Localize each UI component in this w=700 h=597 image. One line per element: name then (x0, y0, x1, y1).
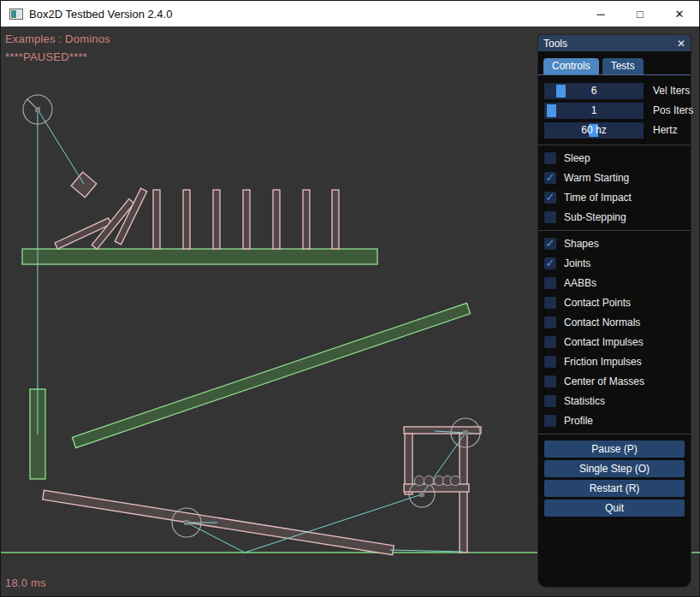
frame-right-post (460, 434, 467, 553)
checkbox-label: Shapes (564, 238, 599, 250)
checkbox[interactable]: ✓ (544, 257, 556, 269)
green-platforms (22, 249, 471, 479)
checkbox-label: AABBs (564, 277, 596, 289)
ball (414, 476, 424, 485)
checkbox-label: Sleep (564, 152, 590, 164)
checkbox-label: Profile (564, 415, 593, 427)
domino (332, 190, 339, 249)
checkbox[interactable] (544, 375, 556, 387)
pause-button[interactable]: Pause (P) (544, 440, 685, 458)
domino (303, 190, 310, 249)
checkbox-row-statistics[interactable]: Statistics (544, 394, 691, 408)
checkbox[interactable] (544, 336, 556, 348)
pos-iters-slider[interactable]: 1 (544, 103, 644, 119)
divider (538, 145, 691, 145)
checkbox-label: Center of Masses (564, 375, 644, 387)
checkbox-label: Contact Normals (564, 316, 640, 328)
slider-value: 1 (544, 103, 644, 119)
checkbox[interactable] (544, 152, 556, 164)
center-marker (419, 492, 424, 497)
dominos-and-planks (43, 172, 481, 555)
checkbox-row-joints[interactable]: ✓ Joints (544, 257, 691, 270)
checkbox[interactable] (544, 356, 556, 368)
slider-value: 60 hz (544, 122, 644, 139)
domino-shelf (22, 249, 377, 264)
domino (183, 190, 190, 249)
hertz-slider[interactable]: 60 hz (544, 122, 644, 139)
panel-title: Tools (543, 38, 677, 50)
checkbox[interactable]: ✓ (544, 192, 556, 204)
joint-line (390, 550, 463, 552)
checkbox-row-sleep[interactable]: Sleep (544, 151, 691, 165)
checkbox-row-profile[interactable]: Profile (544, 414, 691, 428)
checkbox-label: Time of Impact (564, 192, 632, 204)
slider-value: 6 (544, 83, 644, 99)
checkbox-row-center-of-masses[interactable]: Center of Masses (544, 375, 691, 388)
checkbox-row-shapes[interactable]: ✓ Shapes (544, 237, 691, 251)
checkbox-label: Sub-Stepping (564, 211, 626, 223)
pos-iters-slider-row: 1 Pos Iters (544, 103, 691, 119)
center-marker (35, 107, 40, 112)
slider-label: Pos Iters (653, 103, 693, 119)
checkbox[interactable]: ✓ (544, 238, 556, 250)
checkbox[interactable] (544, 316, 556, 328)
minimize-button[interactable]: ─ (581, 1, 620, 27)
example-title: Examples : Dominos (5, 33, 110, 45)
domino (243, 190, 250, 249)
checkbox-row-aabbs[interactable]: AABBs (544, 276, 691, 290)
close-button[interactable]: ✕ (660, 1, 699, 27)
checkbox-label: Friction Impulses (564, 356, 642, 368)
domino (273, 190, 280, 249)
center-marker (184, 520, 189, 525)
tilted-ramp (72, 303, 470, 447)
tab-tests[interactable]: Tests (602, 58, 644, 74)
checkbox[interactable] (544, 297, 556, 309)
checkbox-row-contact-normals[interactable]: Contact Normals (544, 316, 691, 329)
tools-panel-header[interactable]: Tools ✕ (538, 35, 691, 51)
frame-time-readout: 18.0 ms (5, 576, 46, 589)
checkbox-row-friction-impulses[interactable]: Friction Impulses (544, 355, 691, 369)
single-step-button[interactable]: Single Step (O) (544, 460, 685, 477)
pulley-rope-right (38, 109, 84, 184)
app-icon (9, 9, 23, 20)
title-bar[interactable]: Box2D Testbed Version 2.4.0 ─ □ ✕ (1, 1, 699, 27)
domino (213, 190, 220, 249)
maximize-button[interactable]: □ (620, 1, 660, 27)
divider (538, 230, 691, 231)
checkbox-row-contact-impulses[interactable]: Contact Impulses (544, 335, 691, 349)
checkbox-row-time-of-impact[interactable]: ✓ Time of Impact (544, 191, 691, 204)
domino (153, 190, 160, 249)
ball (450, 476, 460, 485)
tab-controls[interactable]: Controls (543, 58, 599, 74)
checkbox-label: Contact Points (564, 297, 631, 309)
seesaw-plank (43, 490, 394, 555)
checkbox-label: Joints (564, 257, 590, 269)
checkbox[interactable] (544, 395, 556, 407)
shelf-balls (414, 476, 460, 485)
restart-button[interactable]: Restart (R) (544, 480, 685, 497)
center-markers (35, 107, 468, 525)
tab-bar: Controls Tests (538, 51, 691, 75)
checkbox[interactable] (544, 277, 556, 289)
divider (538, 434, 691, 434)
checkbox-row-warm-starting[interactable]: ✓ Warm Starting (544, 171, 691, 185)
ball (424, 476, 433, 485)
vel-iters-slider-row: 6 Vel Iters (544, 83, 691, 99)
checkbox[interactable] (544, 211, 556, 223)
center-marker (463, 430, 468, 435)
slider-label: Hertz (653, 122, 678, 139)
checkbox-row-contact-points[interactable]: Contact Points (544, 296, 691, 310)
quit-button[interactable]: Quit (544, 499, 685, 517)
hertz-slider-row: 60 hz Hertz (544, 122, 691, 139)
checkbox-label: Contact Impulses (564, 336, 644, 348)
slider-label: Vel Iters (653, 83, 690, 99)
checkbox[interactable] (544, 415, 556, 427)
panel-close-icon[interactable]: ✕ (677, 38, 685, 50)
vel-iters-slider[interactable]: 6 (544, 83, 644, 99)
checkbox-row-sub-stepping[interactable]: Sub-Stepping (544, 210, 691, 224)
checkbox[interactable]: ✓ (544, 172, 556, 184)
window-controls: ─ □ ✕ (581, 1, 699, 27)
pusher-box (71, 172, 97, 198)
window-title: Box2D Testbed Version 2.4.0 (29, 8, 172, 21)
paused-indicator: ****PAUSED**** (5, 50, 87, 63)
